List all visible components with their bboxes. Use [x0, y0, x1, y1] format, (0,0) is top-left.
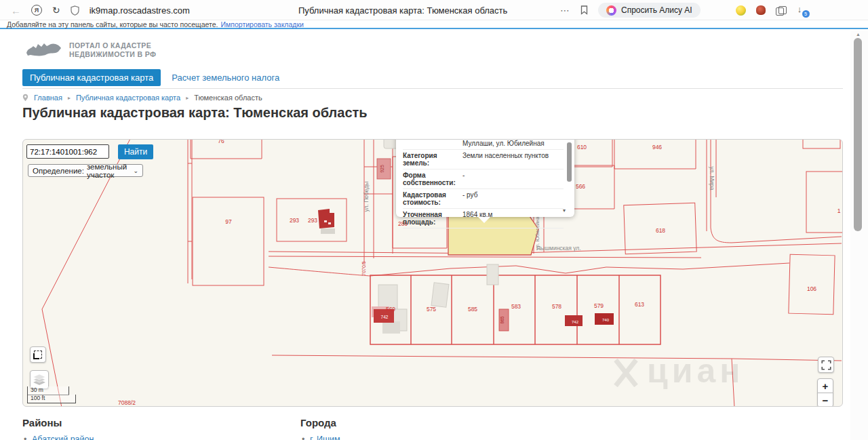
fullscreen-button[interactable]	[818, 357, 834, 373]
popup-row-label: Уточненная площадь:	[403, 211, 457, 226]
breadcrumb-separator: ▸	[186, 95, 189, 101]
tab-title: Публичная кадастровая карта: Тюменская о…	[298, 0, 507, 20]
svg-text:97: 97	[225, 218, 232, 225]
svg-text:569: 569	[386, 306, 395, 313]
svg-text:865: 865	[500, 316, 505, 323]
popup-row-address: Адрес: область, Тюменский район, с. Мулл…	[403, 139, 564, 150]
popup-row-value: - руб	[457, 191, 564, 206]
browser-toolbar: ← Я ↻ ik9map.roscadastres.com Публичная …	[0, 0, 868, 20]
search-button[interactable]: Найти	[118, 144, 153, 159]
breadcrumb: Главная ▸ Публичная кадастровая карта ▸ …	[22, 94, 262, 102]
nav-link-land-tax[interactable]: Расчет земельного налога	[172, 73, 279, 83]
popup-row-value: Земли населенных пунктов	[457, 152, 564, 167]
svg-text:566: 566	[576, 183, 585, 190]
district-link[interactable]: Абатский район	[22, 435, 300, 440]
refresh-icon[interactable]: ↻	[52, 5, 60, 16]
site-header: ПОРТАЛ О КАДАСТРЕ НЕДВИЖИМОСТИ В РФ	[24, 40, 156, 60]
cadastral-number-input[interactable]	[26, 144, 109, 159]
map-pin-icon	[22, 94, 28, 102]
svg-text:7088/2: 7088/2	[118, 399, 136, 406]
svg-text:583: 583	[511, 303, 521, 310]
popup-row-label: Кадастровая стоимость:	[403, 191, 457, 206]
ask-alice-button[interactable]: Спросить Алису AI	[598, 3, 701, 18]
scale-imperial: 100 ft	[27, 395, 76, 403]
breadcrumb-section[interactable]: Публичная кадастровая карта	[76, 94, 180, 102]
city-link[interactable]: г. Ишим	[300, 435, 340, 440]
svg-text:610: 610	[577, 144, 587, 151]
object-type-select[interactable]: Определение: земельный участок ⌄	[28, 164, 143, 177]
breadcrumb-current: Тюменская область	[194, 94, 262, 102]
nav-divider	[22, 88, 843, 89]
scrollbar-thumb[interactable]	[854, 38, 862, 231]
address-url[interactable]: ik9map.roscadastres.com	[90, 5, 190, 16]
logo-line-1: ПОРТАЛ О КАДАСТРЕ	[69, 41, 156, 50]
svg-text:740: 740	[602, 318, 610, 322]
scrollbar-up-icon[interactable]: ▲	[856, 32, 861, 37]
breadcrumb-separator: ▸	[68, 95, 71, 101]
download-arrow-icon: ↓	[797, 4, 802, 14]
breadcrumb-home[interactable]: Главная	[34, 94, 62, 102]
popup-row-value: область, Тюменский район, с. Муллаши, ул…	[457, 139, 564, 147]
bookmarks-bar: Добавляйте на эту панель сайты, которые …	[0, 20, 868, 29]
popup-scroll-down-icon[interactable]: ▾	[563, 207, 566, 214]
chevron-down-icon: ⌄	[133, 167, 138, 174]
svg-text:579: 579	[594, 302, 604, 309]
svg-text:293: 293	[308, 217, 317, 224]
footer-links: Районы Абатский район Города г. Ишим	[22, 417, 340, 440]
select-area-button[interactable]	[30, 346, 46, 363]
map-ref-labels: 7070/5 7088/2	[118, 261, 366, 406]
extension-icon[interactable]	[756, 5, 766, 15]
downloads-button[interactable]: ↓ 5	[796, 4, 807, 16]
logo-line-2: НЕДВИЖИМОСТИ В РФ	[69, 50, 156, 59]
fullscreen-icon	[821, 360, 831, 370]
alice-label: Спросить Алису AI	[621, 5, 692, 15]
page-scrollbar[interactable]: ▲	[850, 31, 868, 440]
parcel-info-popup: Адрес: область, Тюменский район, с. Мулл…	[396, 139, 574, 217]
back-icon[interactable]: ←	[11, 5, 21, 16]
extension-icon[interactable]	[736, 5, 746, 16]
downloads-badge: 5	[802, 10, 810, 18]
site-security-icon[interactable]	[71, 5, 79, 16]
map-line	[42, 140, 132, 407]
yandex-icon[interactable]: Я	[31, 5, 42, 16]
popup-scrollbar[interactable]	[567, 142, 572, 182]
popup-row-label: Категория земель:	[403, 152, 457, 167]
zoom-in-button[interactable]: +	[817, 378, 833, 393]
bookmark-icon[interactable]	[580, 5, 588, 15]
svg-text:613: 613	[635, 301, 644, 308]
import-bookmarks-link[interactable]: Импортировать закладки	[220, 20, 303, 28]
cadastral-map[interactable]: 76 97 293 293 286 610 946 566 618 1 106 …	[22, 139, 843, 407]
popup-row-category: Категория земель: Земли населенных пункт…	[403, 150, 564, 169]
popup-row-label: Форма собственности:	[403, 172, 457, 186]
svg-text:578: 578	[552, 303, 561, 310]
map-search: Найти	[26, 144, 153, 159]
filter-label: Определение:	[33, 167, 84, 175]
svg-text:585: 585	[468, 306, 477, 313]
filter-value: земельный участок	[87, 163, 131, 179]
page-title: Публичная кадастровая карта: Тюменская о…	[22, 105, 368, 121]
tabs-panel-icon[interactable]	[776, 6, 786, 15]
svg-text:742: 742	[572, 320, 579, 324]
svg-text:ул. Победы: ул. Победы	[363, 182, 370, 212]
svg-text:Пышминская ул.: Пышминская ул.	[536, 245, 581, 252]
svg-text:742: 742	[381, 315, 389, 319]
zoom-out-button[interactable]: −	[817, 393, 833, 407]
svg-text:106: 106	[807, 285, 816, 292]
svg-text:925: 925	[380, 165, 384, 173]
map-scale: 30 m 100 ft	[27, 386, 76, 403]
svg-text:1: 1	[837, 207, 841, 214]
svg-text:76: 76	[218, 140, 224, 144]
popup-row-value: 1864 кв.м	[457, 211, 564, 226]
russia-map-logo-icon	[24, 40, 62, 60]
bookmarks-hint: Добавляйте на эту панель сайты, которые …	[7, 20, 218, 28]
nav-tab-public-map[interactable]: Публичная кадастровая карта	[22, 69, 161, 86]
alice-icon	[606, 5, 616, 16]
svg-text:946: 946	[652, 144, 662, 151]
svg-text:575: 575	[427, 306, 436, 313]
popup-row-label: Адрес:	[403, 139, 457, 147]
popup-row-ownership: Форма собственности: -	[403, 169, 564, 189]
popup-row-area: Уточненная площадь: 1864 кв.м	[403, 209, 564, 228]
popup-row-cadastral-value: Кадастровая стоимость: - руб	[403, 189, 564, 209]
overflow-menu-icon[interactable]: ⋯	[560, 5, 570, 16]
page-content: ПОРТАЛ О КАДАСТРЕ НЕДВИЖИМОСТИ В РФ Публ…	[0, 31, 850, 440]
